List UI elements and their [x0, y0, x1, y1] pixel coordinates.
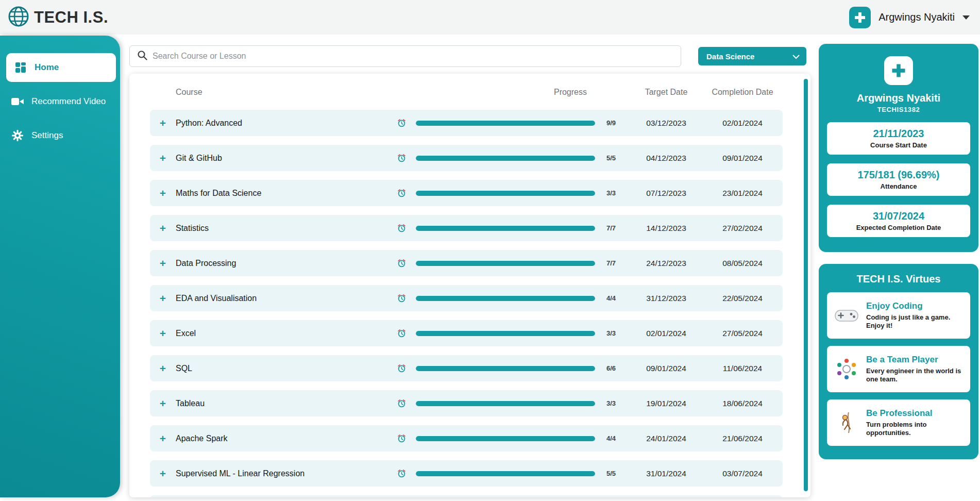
progress-fraction: 4/4	[601, 435, 630, 442]
expand-button[interactable]: +	[160, 153, 166, 163]
search-box	[129, 45, 681, 67]
table-row[interactable]: + SQL 6/6 09/01/2024 11/06/2024	[150, 355, 783, 381]
logo-text: TECH I.S.	[34, 8, 108, 27]
app-header: TECH I.S. Argwings Nyakiti	[0, 0, 980, 35]
chevron-down-icon	[792, 52, 800, 61]
expand-button[interactable]: +	[160, 398, 166, 409]
sidebar-item-label: Recommend Video	[31, 96, 106, 107]
target-date: 09/01/2024	[630, 364, 702, 373]
team-icon	[833, 358, 860, 380]
vertical-scrollbar[interactable]	[804, 79, 808, 491]
table-row[interactable]: + Git & GitHub 5/5 04/12/2023 09/01/2024	[150, 145, 783, 171]
course-name: Excel	[176, 329, 397, 338]
course-name: Maths for Data Science	[176, 189, 397, 198]
alarm-clock-icon	[397, 399, 416, 408]
progress-fraction: 9/9	[601, 119, 630, 127]
progress-fraction: 5/5	[601, 470, 630, 477]
virtue-description: Turn problems into opportunities.	[866, 421, 964, 438]
category-selected-value: Data Science	[706, 52, 754, 61]
progress-bar	[416, 121, 595, 126]
search-input[interactable]	[153, 52, 673, 61]
progress-bar	[416, 366, 595, 371]
expand-button[interactable]: +	[160, 293, 166, 304]
course-name: Statistics	[176, 224, 397, 233]
virtue-description: Every engineer in the world is one team.	[866, 367, 964, 384]
course-name: Apache Spark	[176, 434, 397, 443]
sidebar-item-settings[interactable]: Settings	[0, 121, 120, 150]
table-row[interactable]: + Python: Advanced 9/9 03/12/2023 02/01/…	[150, 110, 783, 136]
progress-bar	[416, 296, 595, 301]
progress-bar	[416, 436, 595, 441]
expand-button[interactable]: +	[160, 468, 166, 479]
profile-panel: Argwings Nyakiti TECHIS1382 21/11/2023 C…	[819, 44, 978, 252]
alarm-clock-icon	[397, 434, 416, 443]
table-header: Course Progress Target Date Completion D…	[150, 82, 783, 103]
completion-date: 03/07/2024	[702, 469, 783, 478]
sidebar-item-home[interactable]: Home	[6, 53, 116, 82]
virtue-be-professional: Be Professional Turn problems into oppor…	[827, 399, 970, 446]
expand-button[interactable]: +	[160, 188, 166, 198]
expand-button[interactable]: +	[160, 328, 166, 339]
table-row[interactable]: + Apache Spark 4/4 24/01/2024 21/06/2024	[150, 425, 783, 452]
column-header-target-date: Target Date	[630, 88, 702, 97]
dashboard-icon	[14, 62, 27, 73]
target-date: 07/12/2023	[630, 189, 702, 198]
table-row[interactable]: + Maths for Data Science 3/3 07/12/2023 …	[150, 180, 783, 206]
completion-date: 02/01/2024	[702, 119, 783, 128]
table-row[interactable]: + Excel 3/3 02/01/2024 27/05/2024	[150, 320, 783, 346]
sidebar: Home Recommend Video Settings	[0, 36, 120, 497]
table-row[interactable]: + Statistics 7/7 14/12/2023 27/02/2024	[150, 215, 783, 241]
completion-date: 22/05/2024	[702, 294, 783, 303]
course-table: Course Progress Target Date Completion D…	[129, 74, 810, 497]
progress-fraction: 7/7	[601, 259, 630, 267]
user-menu[interactable]: Argwings Nyakiti	[849, 7, 970, 28]
progress-bar	[416, 156, 595, 161]
virtue-enjoy-coding: Enjoy Coding Coding is just like a game.…	[827, 292, 970, 339]
sidebar-item-label: Home	[35, 62, 59, 73]
progress-bar	[416, 226, 595, 231]
progress-bar	[416, 191, 595, 196]
expand-button[interactable]: +	[160, 118, 166, 128]
stat-label: Expected Completion Date	[856, 224, 941, 231]
target-date: 19/01/2024	[630, 399, 702, 408]
progress-bar	[416, 261, 595, 266]
table-row[interactable]: + EDA and Visualisation 4/4 31/12/2023 2…	[150, 285, 783, 311]
category-dropdown[interactable]: Data Science	[698, 47, 806, 65]
stat-expected-completion-date: 31/07/2024 Expected Completion Date	[827, 205, 970, 237]
completion-date: 08/05/2024	[702, 259, 783, 268]
table-row[interactable]: + Data Processing 7/7 24/12/2023 08/05/2…	[150, 250, 783, 276]
profile-student-id: TECHIS1382	[819, 106, 978, 113]
course-name: Python: Advanced	[176, 119, 397, 128]
sidebar-item-recommend-video[interactable]: Recommend Video	[0, 87, 120, 116]
alarm-clock-icon	[397, 364, 416, 373]
user-name: Argwings Nyakiti	[878, 11, 955, 23]
completion-date: 18/06/2024	[702, 399, 783, 408]
virtues-panel: TECH I.S. Virtues Enjoy Coding Coding is…	[819, 264, 978, 459]
column-header-progress: Progress	[416, 88, 601, 97]
stat-label: Course Start Date	[870, 141, 927, 149]
course-table-rows: + Python: Advanced 9/9 03/12/2023 02/01/…	[150, 110, 810, 497]
course-name: EDA and Visualisation	[176, 294, 397, 303]
table-row[interactable]: + Supervised ML - Linear Regression 5/5 …	[150, 460, 783, 487]
progress-fraction: 7/7	[601, 224, 630, 232]
alarm-clock-icon	[397, 189, 416, 197]
progress-bar	[416, 401, 595, 406]
progress-fraction: 3/3	[601, 399, 630, 407]
stat-label: Attendance	[881, 182, 917, 190]
alarm-clock-icon	[397, 259, 416, 268]
expand-button[interactable]: +	[160, 363, 166, 374]
expand-button[interactable]: +	[160, 433, 166, 444]
column-header-course: Course	[176, 88, 397, 97]
logo: TECH I.S.	[7, 5, 108, 30]
expand-button[interactable]: +	[160, 258, 166, 269]
game-controller-icon	[833, 307, 860, 324]
table-row[interactable]: + Tableau 3/3 19/01/2024 18/06/2024	[150, 390, 783, 416]
search-icon	[137, 50, 147, 62]
alarm-clock-icon	[397, 119, 416, 127]
target-date: 31/12/2023	[630, 294, 702, 303]
alarm-clock-icon	[397, 154, 416, 162]
stat-course-start-date: 21/11/2023 Course Start Date	[827, 122, 970, 155]
progress-bar	[416, 471, 595, 476]
expand-button[interactable]: +	[160, 223, 166, 233]
stat-value: 21/11/2023	[873, 128, 924, 140]
